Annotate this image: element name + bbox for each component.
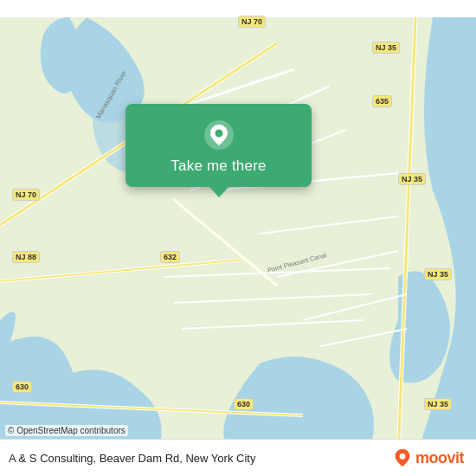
- route-badge-nj35-lower: NJ 35: [424, 268, 452, 280]
- route-badge-nj630-mid: 630: [234, 398, 254, 410]
- moovit-brand-text: moovit: [415, 449, 464, 467]
- route-badge-nj35-mid: NJ 35: [398, 173, 426, 185]
- route-badge-nj35-top: NJ 35: [372, 42, 400, 54]
- moovit-pin-icon: [393, 448, 412, 467]
- map-popup: Take me there: [125, 104, 312, 187]
- take-me-there-button[interactable]: Take me there: [170, 158, 266, 175]
- route-badge-nj35-bottom: NJ 35: [424, 398, 452, 410]
- address-section: A & S Consulting, Beaver Dam Rd, New Yor…: [9, 452, 255, 465]
- map-container: Manasquan River Point Pleasant Canal NJ …: [0, 0, 476, 476]
- osm-attribution: © OpenStreetMap contributors: [5, 425, 128, 436]
- route-badge-nj70-left: NJ 70: [12, 189, 40, 201]
- bottom-bar: A & S Consulting, Beaver Dam Rd, New Yor…: [0, 439, 476, 476]
- svg-point-26: [400, 453, 406, 460]
- address-text: A & S Consulting, Beaver Dam Rd, New Yor…: [9, 452, 255, 465]
- location-pin-icon: [203, 119, 235, 151]
- moovit-logo: moovit: [393, 448, 464, 467]
- route-badge-nj70-top: NJ 70: [238, 16, 266, 28]
- route-badge-nj88: NJ 88: [12, 251, 40, 263]
- route-badge-nj635: 635: [372, 95, 392, 107]
- route-badge-nj632: 632: [160, 251, 180, 263]
- svg-point-25: [215, 130, 222, 138]
- route-badge-nj630-left: 630: [12, 381, 32, 393]
